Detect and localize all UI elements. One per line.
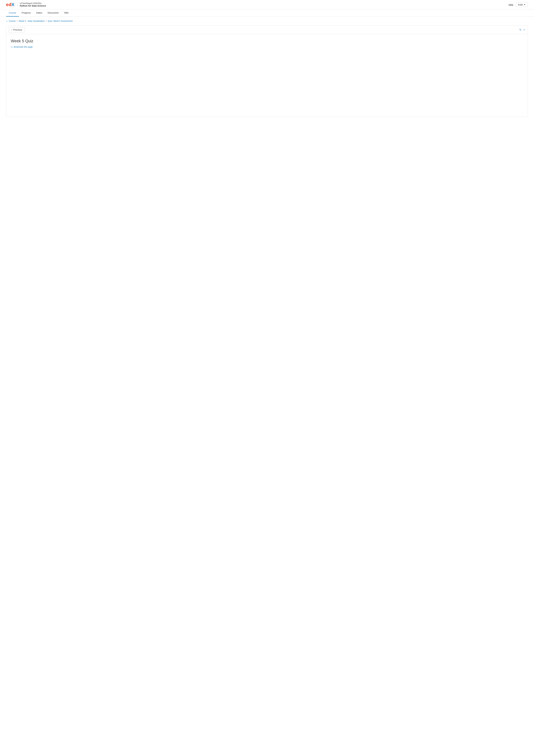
breadcrumb-quiz-link[interactable]: Quiz: Week 5 Assessment — [48, 20, 72, 22]
help-link[interactable]: Help — [509, 3, 513, 6]
svg-text:d: d — [9, 2, 12, 7]
content-nav-icons: ✎ ✓ — [519, 28, 525, 32]
tab-discussion[interactable]: Discussion — [45, 9, 62, 16]
tab-course[interactable]: Course — [6, 9, 19, 16]
user-name: Axlie — [518, 3, 523, 6]
tab-wiki[interactable]: Wiki — [62, 9, 71, 16]
home-icon: ⌂ — [6, 20, 8, 22]
bookmark-link[interactable]: ▭ Bookmark this page — [11, 45, 523, 48]
header-left: e d X UCSanDiegoX DSE200x Python for Dat… — [6, 2, 46, 7]
check-icon[interactable]: ✓ — [523, 28, 525, 32]
course-info: UCSanDiegoX DSE200x Python for Data Scie… — [17, 2, 46, 7]
main-container: ‹ Previous ✎ ✓ Week 5 Quiz ▭ Bookmark th… — [6, 25, 528, 117]
course-name: Python for Data Science — [20, 4, 46, 7]
previous-button[interactable]: ‹ Previous — [9, 27, 25, 32]
bookmark-label: Bookmark this page — [14, 46, 33, 48]
chevron-left-icon: ‹ — [12, 28, 12, 31]
nav-tabs: Course Progress Dates Discussion Wiki — [0, 9, 534, 16]
breadcrumb: ⌂ Course / Week 5 - Data Visualization /… — [0, 16, 534, 25]
edx-logo[interactable]: e d X — [6, 2, 15, 7]
tab-progress[interactable]: Progress — [19, 9, 34, 16]
svg-text:X: X — [12, 2, 14, 7]
course-code: UCSanDiegoX DSE200x — [20, 2, 46, 4]
page-title: Week 5 Quiz — [11, 39, 523, 43]
breadcrumb-course-link[interactable]: Course — [9, 20, 16, 22]
user-menu-caret-icon: ▼ — [524, 4, 526, 6]
svg-text:e: e — [6, 2, 9, 7]
content-body: Week 5 Quiz ▭ Bookmark this page — [6, 34, 528, 53]
bookmark-icon: ▭ — [11, 45, 13, 48]
breadcrumb-week5-link[interactable]: Week 5 - Data Visualization — [19, 20, 45, 22]
edx-logo-svg: e d X — [6, 2, 15, 7]
user-menu[interactable]: Axlie ▼ — [516, 2, 528, 7]
breadcrumb-sep-2: / — [46, 20, 46, 22]
breadcrumb-sep-1: / — [17, 20, 17, 22]
previous-label: Previous — [13, 28, 22, 31]
header-right: Help Axlie ▼ — [509, 2, 528, 7]
tab-dates[interactable]: Dates — [34, 9, 45, 16]
edit-icon[interactable]: ✎ — [519, 28, 521, 32]
content-nav: ‹ Previous ✎ ✓ — [6, 26, 528, 34]
site-header: e d X UCSanDiegoX DSE200x Python for Dat… — [0, 0, 534, 9]
